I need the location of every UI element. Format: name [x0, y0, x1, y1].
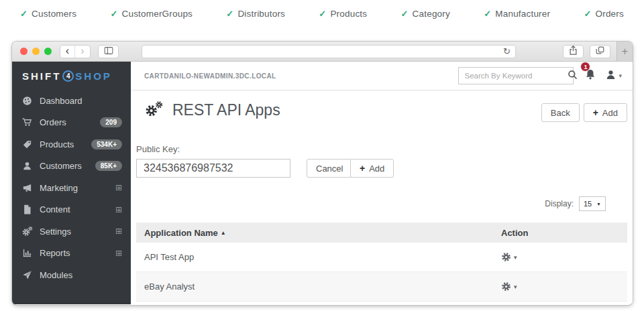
- orders-count-badge: 209: [100, 117, 122, 127]
- add-app-button[interactable]: + Add: [584, 103, 627, 122]
- table-row: API Test App ▾: [136, 243, 627, 272]
- sidebar-item-content[interactable]: Content ⊞: [12, 199, 131, 221]
- column-application-name[interactable]: Application Name ▲: [136, 228, 501, 238]
- close-window-button[interactable]: [20, 48, 28, 55]
- dashboard-icon: [21, 95, 33, 106]
- service-customers[interactable]: ✓Customers: [20, 9, 76, 19]
- cancel-button[interactable]: Cancel: [307, 159, 352, 178]
- table-row: eBay Analyst ▾: [136, 272, 627, 302]
- search-input[interactable]: [464, 72, 568, 80]
- browser-window: ‹ › ↻ +: [12, 42, 633, 305]
- sidebar-item-marketing[interactable]: Marketing ⊞: [12, 177, 131, 199]
- service-customergroups[interactable]: ✓CustomerGroups: [110, 9, 193, 19]
- shift4shop-logo[interactable]: SHIFT 4 SHOP: [12, 62, 131, 90]
- sidebar-item-settings[interactable]: Settings ⊞: [12, 221, 131, 243]
- service-manufacturer[interactable]: ✓Manufacturer: [484, 9, 550, 19]
- tab-overview-button[interactable]: [590, 45, 610, 58]
- sidebar-item-products[interactable]: Products 534K+: [12, 133, 131, 156]
- service-orders[interactable]: ✓Orders: [584, 9, 624, 19]
- address-bar[interactable]: ↻: [142, 45, 516, 58]
- gear-icon: [501, 252, 511, 262]
- sidebar-item-label: Products: [40, 139, 91, 149]
- sort-ascending-icon: ▲: [221, 230, 226, 236]
- plus-icon: +: [360, 163, 365, 174]
- address-bar-input[interactable]: [147, 48, 503, 56]
- sidebar-toggle-icon: [103, 46, 114, 58]
- plus-icon: +: [622, 46, 628, 58]
- sidebar-item-dashboard[interactable]: Dashboard: [12, 90, 131, 112]
- keyword-search[interactable]: [458, 67, 574, 84]
- service-label: CustomerGroups: [121, 9, 193, 19]
- browser-toolbar: ‹ › ↻ +: [12, 42, 633, 62]
- page-heading: REST API Apps: [144, 100, 280, 121]
- back-button[interactable]: ‹: [60, 46, 75, 58]
- sidebar-item-reports[interactable]: Reports ⊞: [12, 243, 131, 265]
- public-key-label: Public Key:: [136, 144, 180, 154]
- minimize-window-button[interactable]: [32, 48, 40, 55]
- check-icon: ✓: [400, 9, 408, 19]
- history-nav: ‹ ›: [60, 45, 91, 58]
- user-icon: [605, 69, 616, 83]
- public-key-input[interactable]: [136, 159, 290, 178]
- display-count-value: 15: [584, 200, 592, 208]
- sidebar-item-customers[interactable]: Customers 85K+: [12, 156, 131, 178]
- person-icon: [21, 161, 33, 172]
- service-products[interactable]: ✓Products: [319, 9, 367, 19]
- admin-sidebar: SHIFT 4 SHOP Dashboard Orders 209: [12, 62, 131, 304]
- sidebar-item-label: Marketing: [40, 183, 115, 193]
- logo-text-shop: SHOP: [75, 70, 112, 82]
- service-distributors[interactable]: ✓Distributors: [226, 9, 285, 19]
- select-arrow-icon: ▼: [596, 202, 601, 206]
- chevron-down-icon: ▾: [514, 284, 517, 290]
- notifications-button[interactable]: 1: [584, 68, 596, 83]
- api-apps-table: Application Name ▲ Action API Test App ▾…: [136, 223, 627, 302]
- display-count-control: Display: 15 ▼: [545, 196, 606, 211]
- sidebar-toggle-button[interactable]: [98, 45, 119, 58]
- document-icon: [21, 204, 33, 215]
- expand-icon[interactable]: ⊞: [115, 249, 122, 257]
- check-icon: ✓: [584, 9, 591, 19]
- chevron-down-icon: ▾: [514, 254, 517, 261]
- rest-api-gears-icon: [144, 100, 164, 121]
- app-name-cell: API Test App: [136, 252, 501, 262]
- store-domain: CARTDANILO-NEWADMIN.3DC.LOCAL: [144, 72, 276, 80]
- zoom-window-button[interactable]: [44, 48, 52, 55]
- chevron-down-icon: ▾: [619, 72, 622, 79]
- row-action-menu-button[interactable]: ▾: [501, 252, 517, 262]
- sidebar-item-orders[interactable]: Orders 209: [12, 112, 131, 134]
- search-icon[interactable]: [568, 70, 578, 82]
- tabs-icon: [596, 46, 604, 58]
- display-label: Display:: [545, 199, 574, 208]
- sidebar-item-label: Settings: [40, 227, 115, 237]
- products-count-badge: 534K+: [91, 139, 122, 149]
- expand-icon[interactable]: ⊞: [115, 227, 122, 235]
- display-count-select[interactable]: 15 ▼: [579, 196, 606, 211]
- check-icon: ✓: [319, 9, 326, 19]
- action-header: Action: [501, 228, 528, 238]
- expand-icon[interactable]: ⊞: [115, 184, 122, 192]
- service-label: Customers: [32, 9, 76, 19]
- heading-actions: Back + Add: [541, 103, 627, 122]
- expand-icon[interactable]: ⊞: [115, 206, 122, 214]
- admin-header: CARTDANILO-NEWADMIN.3DC.LOCAL 1: [131, 62, 633, 90]
- new-tab-button[interactable]: +: [616, 42, 633, 61]
- account-menu-button[interactable]: ▾: [605, 69, 622, 83]
- form-add-label: Add: [369, 164, 384, 174]
- check-icon: ✓: [484, 9, 491, 19]
- service-category[interactable]: ✓Category: [400, 9, 449, 19]
- sidebar-item-label: Content: [40, 204, 115, 214]
- service-label: Category: [413, 9, 450, 19]
- add-button-label: Add: [602, 108, 618, 118]
- plus-icon: +: [593, 107, 598, 118]
- form-add-button[interactable]: + Add: [350, 159, 394, 178]
- share-button[interactable]: [563, 45, 584, 58]
- forward-button[interactable]: ›: [75, 46, 90, 58]
- logo-text-shift: SHIFT: [22, 70, 61, 82]
- row-action-menu-button[interactable]: ▾: [501, 282, 517, 292]
- gears-icon: [21, 226, 33, 237]
- sidebar-item-modules[interactable]: Modules: [12, 264, 131, 286]
- service-label: Distributors: [237, 9, 285, 19]
- refresh-icon[interactable]: ↻: [503, 47, 511, 56]
- sidebar-item-label: Customers: [40, 161, 95, 171]
- back-button[interactable]: Back: [541, 103, 580, 122]
